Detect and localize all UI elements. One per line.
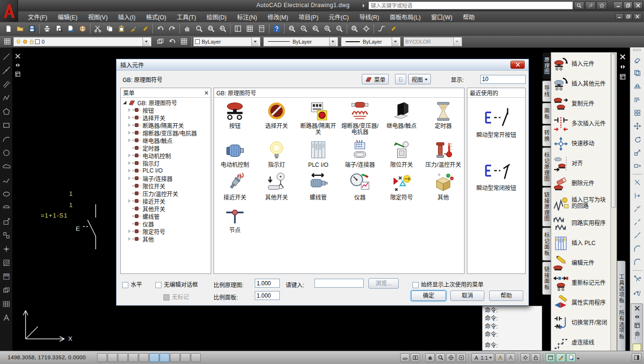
modify-toolbar-icon-extend[interactable] xyxy=(632,190,643,201)
views-button[interactable]: 视图 xyxy=(408,74,431,84)
toolbar-icon-docarrow[interactable] xyxy=(65,23,77,35)
tree-collapse-arrow-icon[interactable] xyxy=(128,161,131,165)
palette-tool-p-align[interactable]: 对齐 xyxy=(553,154,610,173)
toolbar-icon-pencil[interactable] xyxy=(387,23,399,35)
status-menu-arrow-icon[interactable] xyxy=(577,358,580,361)
tree-item-15[interactable]: 仪器 xyxy=(123,220,211,228)
tree-collapse-arrow-icon[interactable] xyxy=(128,154,131,157)
cancel-button[interactable]: 取消 xyxy=(450,291,484,301)
symbol-cell-g-breaker[interactable]: 断路器/隔离开关 xyxy=(297,100,339,138)
annotation-visibility-button[interactable] xyxy=(495,353,505,362)
doc-close-button[interactable] xyxy=(633,13,642,20)
ok-button[interactable]: 确定 xyxy=(411,291,446,301)
tree-item-1[interactable]: 选择开关 xyxy=(123,114,211,121)
no-edit-dialog-checkbox[interactable]: 无编辑对话框 xyxy=(155,280,198,288)
symbol-cell-g-pressure[interactable]: 压力/温控开关 xyxy=(422,138,464,171)
modify-toolbar-icon-scale[interactable] xyxy=(632,147,643,158)
always-show-checkbox[interactable]: 始终显示上次使用的菜单 xyxy=(412,280,483,288)
modify-toolbar-icon-trim[interactable] xyxy=(632,177,643,188)
dialog-close-button[interactable] xyxy=(510,61,525,69)
doc-restore-button[interactable] xyxy=(624,13,633,20)
search-button[interactable] xyxy=(574,1,584,9)
draw-toolbar-icon-table[interactable] xyxy=(1,298,11,309)
symbol-cell-g-qualifier[interactable]: 限定符号 xyxy=(381,171,422,204)
modify-toolbar-icon-array[interactable] xyxy=(632,107,643,118)
toolbar-icon-help[interactable] xyxy=(271,23,283,35)
palette-tool-p-attr[interactable]: 属性实用程序 xyxy=(553,293,610,313)
layer-properties-icon[interactable] xyxy=(1,36,13,47)
toolbar-icon-hand[interactable] xyxy=(181,23,193,35)
modify-toolbar-icon-erase[interactable] xyxy=(632,54,643,65)
palette-tab-0[interactable]: 原理图 xyxy=(542,52,551,80)
symbol-cell-g-node[interactable]: 节点 xyxy=(214,204,256,237)
color-combo[interactable]: ByLayer xyxy=(193,37,260,46)
symbol-cell-g-terminal[interactable]: 端子/连接器 xyxy=(339,138,381,171)
tree-collapse-arrow-icon[interactable] xyxy=(128,123,131,127)
recent-item-r-nc[interactable]: 瞬动型常闭按钮 xyxy=(467,159,525,191)
palette-properties-icon[interactable] xyxy=(620,74,626,80)
window-state-button-1[interactable] xyxy=(546,353,555,362)
status-toggle-ducs[interactable] xyxy=(160,353,170,362)
type-it-input[interactable] xyxy=(314,279,364,288)
symbol-cell-g-limit[interactable]: 限位开关 xyxy=(381,138,422,171)
help-button[interactable]: 帮助 xyxy=(489,291,523,301)
toolbar-icon-panel[interactable] xyxy=(232,23,244,35)
symbol-cell-g-instrument[interactable]: 仪器 xyxy=(339,171,381,204)
menu-item-6[interactable]: 绘图(D) xyxy=(201,11,232,23)
toolbar-icon-magext[interactable] xyxy=(360,23,372,35)
palette-tool-p-circuit-block[interactable]: 插入已写为块的回路 xyxy=(553,193,610,213)
window-state-button-3[interactable] xyxy=(566,353,576,362)
draw-toolbar-icon-insblock[interactable] xyxy=(1,216,11,227)
toolbar-icon-brush[interactable] xyxy=(127,23,139,35)
toolbar-icon-printer[interactable] xyxy=(41,23,53,35)
tree-item-14[interactable]: 螺线管 xyxy=(123,212,211,220)
status-toggle-lwt[interactable] xyxy=(180,353,190,362)
draw-toolbar-icon-hatch[interactable] xyxy=(1,257,11,268)
palette-tool-p-insert-other[interactable]: 插入其他元件 xyxy=(553,74,610,94)
status-toggle-otrack[interactable] xyxy=(149,353,159,362)
scale-schematic-input[interactable] xyxy=(255,279,280,288)
menu-item-8[interactable]: 修改(M) xyxy=(262,11,294,23)
draw-toolbar-icon-revcloud[interactable] xyxy=(1,161,11,172)
toolbar-icon-globe[interactable] xyxy=(77,23,89,35)
tree-item-13[interactable]: 其他开关 xyxy=(123,205,211,212)
scale-panel-input[interactable] xyxy=(255,291,280,300)
tree-collapse-arrow-icon[interactable] xyxy=(128,199,131,203)
tree-collapse-arrow-icon[interactable] xyxy=(128,138,131,142)
modify-toolbar-icon-pedit[interactable] xyxy=(632,286,643,298)
draw-toolbar-icon-region[interactable] xyxy=(1,284,11,296)
palette-autohide-icon[interactable] xyxy=(620,64,626,70)
draw-toolbar-icon-ellipse[interactable] xyxy=(1,188,11,200)
palette-scroll-thumb[interactable] xyxy=(611,54,616,208)
menu-item-5[interactable]: 工具(T) xyxy=(171,11,201,23)
palette-tab-6[interactable]: 标记面板 xyxy=(542,228,551,261)
draw-toolbar-icon-xline[interactable] xyxy=(1,64,11,76)
toolbar-autohide-icon[interactable] xyxy=(15,63,20,68)
menu-item-7[interactable]: 标注(N) xyxy=(232,11,262,23)
toolbar-icon-pencil[interactable] xyxy=(139,23,151,35)
app-minimize-button[interactable] xyxy=(613,1,623,9)
model-button[interactable] xyxy=(400,353,410,362)
tree-item-17[interactable]: 其他 xyxy=(123,235,211,243)
symbol-cell-g-selector[interactable]: 选择开关 xyxy=(256,100,297,138)
browse-button[interactable]: 浏览... xyxy=(368,278,399,289)
palette-tool-p-plc[interactable]: 插入 PLC xyxy=(553,233,610,253)
horizontal-checkbox[interactable]: 水平 xyxy=(122,280,142,288)
symbol-cell-g-motor[interactable]: 电动机控制 xyxy=(214,138,256,171)
toolbar-icon-magwin[interactable] xyxy=(205,23,217,35)
toolbar-icon-magminus[interactable] xyxy=(333,23,345,35)
menu-item-10[interactable]: 元件(C) xyxy=(323,11,354,23)
modify-toolbar-icon-break[interactable] xyxy=(632,217,643,228)
palette-tab-3[interactable]: 转换 xyxy=(542,125,551,146)
tree-item-7[interactable]: 指示灯 xyxy=(123,159,211,167)
pan-button[interactable] xyxy=(425,353,435,362)
status-toggle-polar[interactable] xyxy=(128,353,138,362)
tree-item-6[interactable]: 电动机控制 xyxy=(123,152,211,159)
draw-toolbar-icon-point[interactable] xyxy=(1,243,11,255)
tree-close-icon[interactable] xyxy=(205,91,208,95)
menu-item-3[interactable]: 插入(I) xyxy=(113,11,141,23)
toolbar-icon-grid2[interactable] xyxy=(244,23,256,35)
modify-toolbar-icon-stretch[interactable] xyxy=(632,160,643,172)
symbol-cell-g-timer[interactable]: 定时器 xyxy=(422,100,464,138)
command-close-icon[interactable] xyxy=(635,306,640,311)
